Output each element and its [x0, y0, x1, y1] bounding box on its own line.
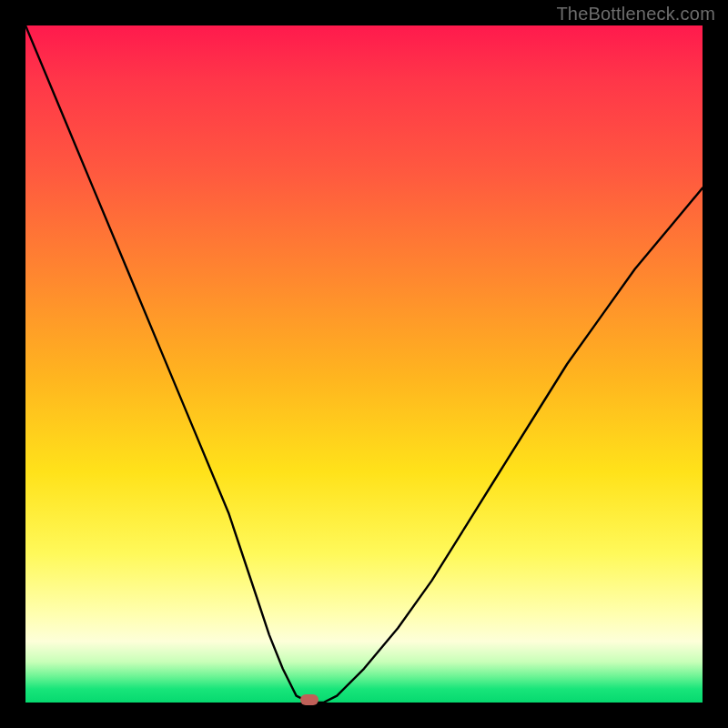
chart-frame: TheBottleneck.com	[0, 0, 728, 728]
optimal-point-marker	[300, 694, 318, 705]
watermark-text: TheBottleneck.com	[556, 4, 715, 25]
bottleneck-curve	[25, 25, 703, 703]
plot-area	[25, 25, 703, 703]
